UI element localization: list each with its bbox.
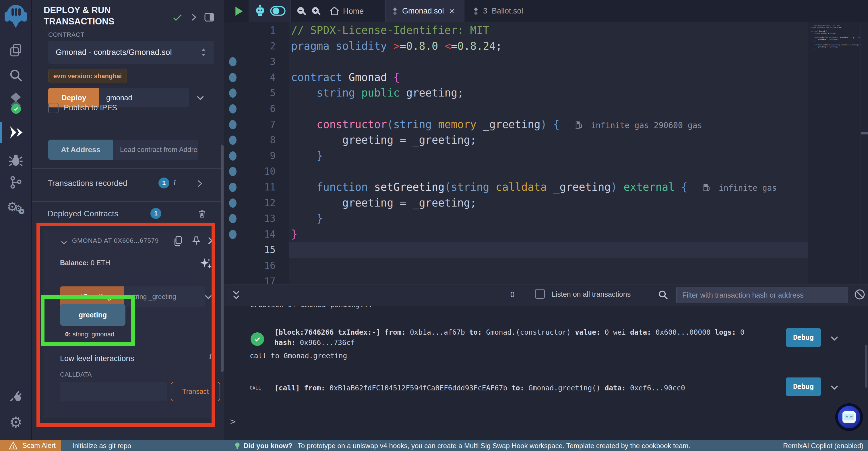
breakpoint-dot[interactable] [229, 73, 237, 82]
clear-console-ban-icon[interactable] [854, 288, 866, 302]
breakpoint-dot[interactable] [229, 151, 237, 161]
editor-scrollbar-marker[interactable] [861, 132, 868, 135]
breakpoint-dot[interactable] [229, 104, 237, 113]
solidity-unit-testing-icon[interactable]: ⚙ ⚙ [0, 201, 32, 218]
copy-address-icon[interactable] [172, 235, 184, 249]
ai-sparkle-icon[interactable] [198, 256, 213, 273]
transactions-expand-chevron-icon[interactable] [195, 178, 205, 190]
git-init-label[interactable]: Initialize as git repo [72, 442, 131, 450]
panel-check-icon [172, 11, 183, 24]
calldata-input[interactable] [60, 382, 167, 401]
clear-deployed-trash-icon[interactable] [197, 208, 207, 221]
tx-log-line[interactable]: [call] from: 0xB1aB62fdFC104512F594fCa0E… [274, 384, 685, 392]
calldata-label: CALLDATA [60, 371, 92, 378]
code-line: } [810, 40, 861, 42]
file-explorer-icon[interactable] [0, 41, 32, 59]
tx-log-line[interactable]: hash: 0x966...736cf [274, 338, 355, 347]
deployed-contract-card: GMONAD AT 0X606...67579 Balance: 0 ETH [43, 230, 211, 418]
terminal-scrollbar[interactable] [865, 345, 867, 388]
publish-ipfs-checkbox[interactable] [48, 103, 59, 113]
terminal-search-icon[interactable] [657, 289, 669, 302]
breakpoint-dot[interactable] [229, 198, 237, 208]
at-address-input[interactable] [113, 140, 198, 160]
close-tab-icon[interactable] [448, 7, 456, 15]
copilot-toggle-icon[interactable] [270, 5, 286, 18]
remove-contract-close-icon[interactable] [206, 235, 217, 247]
warning-triangle-icon [8, 441, 19, 450]
plugin-manager-icon[interactable] [0, 387, 32, 404]
ai-fab-inner [838, 406, 860, 428]
set-greeting-expand-chevron-icon[interactable] [203, 291, 214, 303]
git-icon[interactable] [0, 174, 32, 191]
breakpoint-dot[interactable] [229, 167, 237, 176]
debug-button[interactable]: Debug [786, 377, 821, 396]
tab-gmonad[interactable]: Gmonad.sol [385, 0, 464, 22]
deploy-and-run-icon[interactable] [0, 122, 32, 143]
code-line: } [289, 227, 808, 243]
debug-button[interactable]: Debug [786, 328, 821, 347]
copilot-status-label: RemixAI Copilot (enabled) [783, 442, 863, 450]
solidity-compiler-icon[interactable] [0, 91, 32, 111]
transactions-info-icon[interactable]: i [174, 178, 176, 187]
editor-scrollbar-track[interactable] [861, 22, 868, 284]
compile-success-badge [11, 104, 21, 114]
home-icon[interactable] [329, 6, 340, 18]
tx-log-line[interactable]: [block:7646266 txIndex:-] from: 0xb1a...… [274, 328, 744, 336]
code-editor[interactable]: 1234567891011121314151617 // SPDX-Licens… [224, 22, 868, 284]
set-greeting-arg-input[interactable] [124, 286, 205, 307]
contract-instance-title[interactable]: GMONAD AT 0X606...67579 [72, 237, 167, 245]
breakpoint-dot[interactable] [229, 183, 237, 192]
remix-logo [5, 4, 27, 28]
publish-ipfs-label: Publish to IPFS [64, 104, 117, 112]
gas-estimate-annotation: infinite gas [702, 183, 777, 193]
home-tab-label[interactable]: Home [343, 7, 364, 16]
zoom-in-icon[interactable] [311, 6, 321, 18]
card-collapse-chevron-icon[interactable] [59, 238, 69, 248]
pin-panel-icon[interactable] [203, 11, 215, 24]
tab-ballot[interactable]: 3_Ballot.sol [466, 0, 534, 22]
pin-contract-icon[interactable] [191, 235, 202, 249]
breakpoint-dot[interactable] [229, 230, 237, 239]
filter-transactions-input[interactable] [676, 287, 848, 303]
settings-icon[interactable]: ⚙ [0, 414, 32, 431]
at-address-button[interactable]: At Address [48, 140, 113, 160]
logo-slot [15, 8, 17, 16]
code-line: constructor(string memory _greeting) { i… [810, 36, 861, 38]
greeting-call-button[interactable]: greeting [60, 304, 125, 326]
scam-alert-label: Scam Alert [22, 442, 56, 450]
expand-terminal-icon[interactable] [231, 289, 242, 303]
tx-success-icon [251, 332, 264, 346]
evm-version-badge: evm version: shanghai [48, 69, 127, 83]
low-level-info-icon[interactable]: i [209, 352, 212, 361]
code-lines: // SPDX-License-Identifier: MITpragma so… [289, 23, 808, 284]
log-expand-chevron-icon[interactable] [828, 333, 840, 345]
contract-select[interactable]: Gmonad - contracts/Gmonad.sol [48, 41, 214, 64]
breakpoint-dot[interactable] [229, 88, 237, 98]
log-expand-chevron-icon[interactable] [828, 382, 840, 394]
run-script-play-icon[interactable] [234, 6, 244, 18]
ai-robot-icon[interactable] [254, 5, 266, 19]
robot-eye [846, 416, 848, 417]
tab-label: Gmonad.sol [402, 7, 444, 16]
debugger-icon[interactable] [0, 152, 32, 169]
terminal: creation of Gmonad pending... 0 Listen o… [224, 284, 868, 440]
breakpoint-dot[interactable] [229, 214, 237, 223]
remix-logo-icon[interactable] [0, 3, 32, 29]
panel-scrollbar[interactable] [221, 145, 224, 372]
terminal-prompt[interactable]: > [230, 416, 236, 427]
listen-all-checkbox[interactable] [535, 289, 545, 299]
scam-alert-segment[interactable]: Scam Alert [0, 440, 61, 451]
code-line: pragma solidity >=0.8.0 <=0.8.24; [289, 38, 808, 54]
minimap[interactable]: // SPDX-License-Identifier: MITpragma so… [810, 24, 861, 283]
panel-collapse-chevron-icon[interactable] [188, 11, 198, 24]
zoom-out-icon[interactable] [296, 6, 307, 18]
breakpoint-dot[interactable] [229, 136, 237, 145]
breakpoint-dot[interactable] [229, 57, 237, 66]
code-line: contract Gmonad { [810, 30, 861, 32]
remix-ai-assistant-fab[interactable] [835, 403, 863, 431]
greeting-call-result: 0: string: gmonad [65, 331, 114, 338]
transact-button[interactable]: Transact [171, 382, 220, 401]
deploy-expand-chevron-icon[interactable] [195, 92, 206, 104]
breakpoint-dot[interactable] [229, 120, 237, 129]
search-icon[interactable] [0, 66, 32, 84]
